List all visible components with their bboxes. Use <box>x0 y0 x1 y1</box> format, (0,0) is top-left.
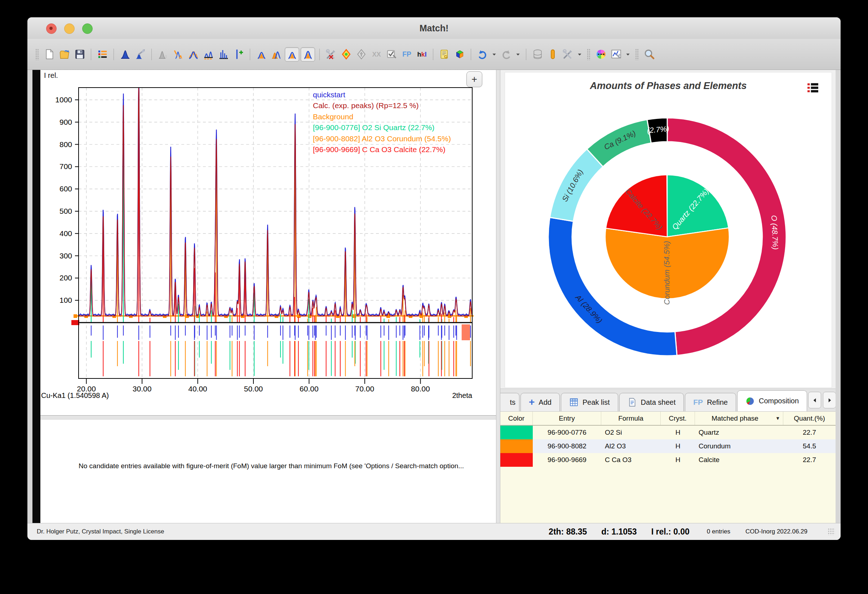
vertical-splitter[interactable] <box>496 70 500 523</box>
xrd-chart-svg[interactable]: 100200300400500600700800900100020.0030.0… <box>40 70 496 415</box>
tools-icon[interactable] <box>561 47 574 61</box>
tools-menu-icon[interactable] <box>576 47 583 61</box>
fp-icon[interactable]: FP <box>400 47 413 61</box>
tab-refine[interactable]: FPRefine <box>685 393 736 411</box>
column-header-color[interactable]: Color <box>500 412 533 425</box>
hkl-icon[interactable]: hkl <box>415 47 429 61</box>
new-document-icon[interactable] <box>43 47 56 61</box>
y-tick-label: 300 <box>59 252 72 260</box>
add-peak-icon[interactable] <box>232 47 245 61</box>
table-grid-icon <box>569 398 579 407</box>
auto-fit-toggle-b-icon[interactable] <box>301 47 315 62</box>
toolbar-separator <box>526 49 526 60</box>
minimize-button[interactable] <box>64 24 75 34</box>
tab-scroll-left-button[interactable] <box>808 392 821 408</box>
donut-svg[interactable]: O (48.7%)Al (28.9%)Si (10.6%)Ca (9.1%)(2… <box>505 72 832 388</box>
auto-fit-toggle-a-icon[interactable] <box>285 47 299 62</box>
redo-menu-icon[interactable] <box>514 47 522 61</box>
tab-add[interactable]: +Add <box>521 393 560 411</box>
cell-matched-phase: Quartz <box>695 426 783 439</box>
y-tick-label: 400 <box>59 229 72 237</box>
xrd-pattern-chart[interactable]: 100200300400500600700800900100020.0030.0… <box>40 70 496 417</box>
tab-peak-list[interactable]: Peak list <box>561 393 618 411</box>
subtract-background-icon[interactable] <box>202 47 215 61</box>
zoom-window-button[interactable] <box>82 24 93 34</box>
toolbar-drag-handle[interactable] <box>587 49 590 60</box>
strip-ka2-icon[interactable] <box>171 47 185 61</box>
undo-icon[interactable] <box>475 47 489 61</box>
candidates-diamond-icon[interactable] <box>339 47 353 61</box>
selection-indicator <box>462 324 470 340</box>
peak-search-icon[interactable] <box>118 47 132 61</box>
toolbar-drag-handle[interactable] <box>635 49 639 60</box>
tab-data-sheet[interactable]: Data sheet <box>619 393 684 411</box>
restraints-tools-icon[interactable] <box>324 47 338 61</box>
redo-icon[interactable] <box>499 47 513 61</box>
cell-cryst: H <box>661 439 695 453</box>
tab-scroll-right-button[interactable] <box>823 392 836 408</box>
cell-matched-phase: Corundum <box>695 439 783 453</box>
toolbar-drag-handle[interactable] <box>35 49 39 60</box>
entries-list-icon[interactable] <box>96 47 109 61</box>
search-icon[interactable] <box>642 47 656 61</box>
toolbar-separator <box>471 49 471 60</box>
close-button[interactable] <box>46 24 57 34</box>
legend-entry: Calc. (exp. peaks) (Rp=12.5 %) <box>313 101 419 109</box>
svg-text:hkl: hkl <box>417 51 427 58</box>
traffic-lights <box>46 24 93 34</box>
x-tick-label: 60.00 <box>300 385 319 393</box>
y-axis-label: I rel. <box>44 71 58 79</box>
column-header-matched-phase[interactable]: Matched phase▼ <box>695 412 783 425</box>
cell-entry: 96-900-0776 <box>533 426 601 439</box>
bottom-tab-bar: ts+AddPeak listData sheetFPRefineComposi… <box>500 389 836 412</box>
smooth-data-icon[interactable] <box>186 47 200 61</box>
table-row[interactable]: 96-900-9669C Ca O3HCalcite22.7 <box>500 453 836 467</box>
data-sheet-icon <box>627 398 637 407</box>
chart-zoom-button[interactable]: + <box>466 71 482 87</box>
y-tick-label: 900 <box>59 118 72 126</box>
column-header-formula[interactable]: Formula <box>601 412 661 425</box>
pattern-options-menu-icon[interactable] <box>624 47 632 61</box>
title-bar[interactable]: Match! <box>27 17 841 39</box>
status-2theta: 2th: 88.35 <box>549 527 587 537</box>
raw-data-icon[interactable] <box>156 47 170 61</box>
column-header-entry[interactable]: Entry <box>533 412 601 425</box>
edit-check-icon[interactable] <box>385 47 398 61</box>
y-tick-label: 800 <box>59 140 72 149</box>
table-row[interactable]: 96-900-0776O2 SiHQuartz22.7 <box>500 426 836 439</box>
resize-grip[interactable] <box>828 528 835 535</box>
search-match-icon[interactable] <box>133 47 147 61</box>
report-icon[interactable]: G <box>438 47 451 61</box>
cell-quant: 22.7 <box>783 453 836 467</box>
next-candidate-icon[interactable] <box>354 47 368 61</box>
table-row[interactable]: 96-900-8082Al2 O3HCorundum54.5 <box>500 439 836 453</box>
unit-cell-icon[interactable] <box>453 47 466 61</box>
fit-profile-icon[interactable] <box>270 47 283 61</box>
peak-bars-icon[interactable] <box>217 47 230 61</box>
pattern-options-icon[interactable] <box>609 47 623 61</box>
tab-composition[interactable]: Composition <box>737 391 807 411</box>
status-irel: I rel.: 0.00 <box>651 527 689 537</box>
database-icon[interactable] <box>531 47 544 61</box>
tab-label: Refine <box>707 398 728 407</box>
save-icon[interactable] <box>73 47 87 61</box>
marker-icon[interactable] <box>546 47 559 61</box>
discard-matches-icon[interactable]: XX <box>369 47 383 61</box>
cursor-readout: 2th: 88.35d: 1.1053I rel.: 0.00 <box>549 527 689 537</box>
x-tick-label: 70.00 <box>356 385 375 393</box>
pattern-chart-panel[interactable]: 100200300400500600700800900100020.0030.0… <box>40 70 496 415</box>
x-tick-label: 40.00 <box>188 385 207 393</box>
color-wheel-icon[interactable] <box>594 47 608 61</box>
fit-peaks-icon[interactable] <box>254 47 268 61</box>
open-file-icon[interactable] <box>58 47 71 61</box>
tab-ts[interactable]: ts <box>500 393 520 411</box>
column-header-cryst-[interactable]: Cryst. <box>661 412 695 425</box>
fp-refine-icon: FP <box>693 398 703 407</box>
candidate-list-panel[interactable]: No candidate entries available with figu… <box>40 420 496 523</box>
column-header-quant-[interactable]: Quant.(%) <box>783 412 836 425</box>
composition-card: Amounts of Phases and Elements O (48.7%)… <box>505 72 832 388</box>
composition-donut-chart[interactable]: O (48.7%)Al (28.9%)Si (10.6%)Ca (9.1%)(2… <box>505 72 832 388</box>
undo-menu-icon[interactable] <box>491 47 498 61</box>
legend-entry: quickstart <box>313 90 345 99</box>
composition-pie-icon <box>745 396 755 406</box>
